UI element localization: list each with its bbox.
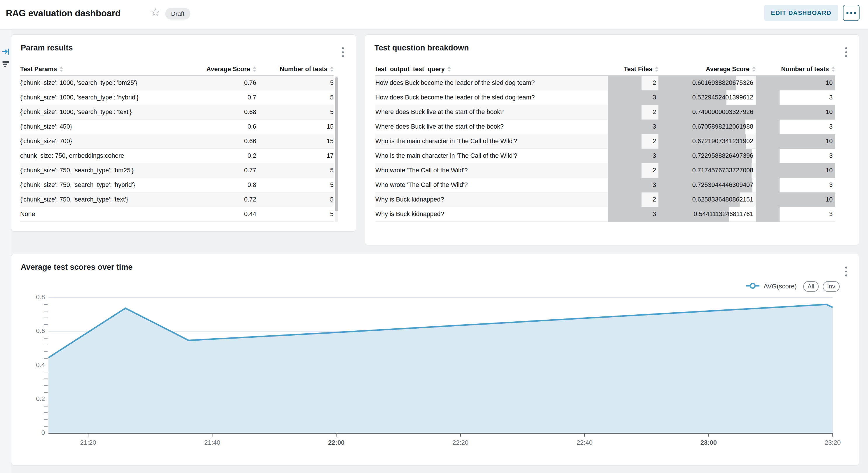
panel-menu-kebab-icon[interactable] (340, 45, 346, 59)
cell-value: 2 (653, 108, 656, 116)
cell-number-of-tests: 5 (256, 210, 334, 218)
cell-average-score: 0.5229452401399612 (658, 91, 756, 105)
data-bar (608, 134, 642, 149)
cell-number-of-tests: 10 (756, 163, 835, 178)
y-tick-label: 0.8 (25, 293, 45, 301)
x-tick-label: 23:00 (691, 439, 726, 446)
legend-all-button[interactable]: All (803, 281, 819, 292)
cell-number-of-tests: 3 (756, 178, 835, 193)
column-header-average-score[interactable]: Average Score (658, 66, 756, 73)
more-options-button[interactable] (843, 5, 860, 21)
data-bar (608, 178, 658, 193)
panel-menu-kebab-icon[interactable] (843, 45, 849, 59)
cell-test-files: 3 (608, 120, 658, 134)
sort-icon (832, 66, 835, 72)
cell-number-of-tests: 3 (756, 120, 835, 134)
cell-value: 0.6721907341231902 (692, 138, 753, 145)
cell-query: Who wrote 'The Call of the Wild'? (375, 167, 608, 174)
cell-value: 2 (653, 138, 656, 145)
sort-icon (447, 66, 451, 72)
favorite-star-icon[interactable]: ☆ (151, 7, 160, 18)
cell-value: 0.6258336480862151 (692, 196, 753, 203)
table-row: How does Buck become the leader of the s… (375, 91, 835, 105)
cell-test-files: 2 (608, 105, 658, 120)
table-row: Where does Buck live at the start of the… (375, 120, 835, 134)
data-bar (608, 105, 642, 120)
y-minor-tick (44, 412, 48, 413)
cell-number-of-tests: 5 (256, 79, 334, 87)
cell-query: How does Buck become the leader of the s… (375, 94, 608, 101)
table-row: Who is the main character in 'The Call o… (375, 134, 835, 149)
table-row: {'chunk_size': 1000, 'search_type': 'tex… (20, 105, 334, 120)
table-header: test_output_test_query Test Files Averag… (375, 63, 835, 75)
column-header-number-of-tests[interactable]: Number of tests (256, 66, 334, 73)
legend-inv-button[interactable]: Inv (823, 281, 840, 292)
cell-test-params: {'chunk_size': 1000, 'search_type': 'hyb… (20, 94, 178, 101)
edit-dashboard-button[interactable]: EDIT DASHBOARD (764, 5, 838, 21)
data-bar (756, 76, 835, 91)
y-minor-tick (44, 406, 48, 407)
cell-average-score: 0.7 (178, 94, 256, 101)
cell-value: 0.7174576733727008 (692, 167, 753, 174)
table-row: Who wrote 'The Call of the Wild'?20.7174… (375, 163, 835, 178)
cell-number-of-tests: 15 (256, 138, 334, 145)
data-bar (608, 207, 658, 222)
cell-test-files: 2 (608, 163, 658, 178)
y-minor-tick (44, 317, 48, 318)
plot-area (49, 297, 833, 433)
cell-average-score: 0.6 (178, 123, 256, 130)
cell-test-params: {'chunk_size': 700} (20, 138, 178, 145)
column-header-test-files[interactable]: Test Files (608, 66, 658, 73)
cell-average-score: 0.76 (178, 79, 256, 87)
cell-average-score: 0.7174576733727008 (658, 163, 756, 178)
cell-query: Who is the main character in 'The Call o… (375, 152, 608, 160)
panel-menu-kebab-icon[interactable] (843, 265, 849, 278)
y-minor-tick (44, 311, 48, 312)
y-tick-label: 0.2 (25, 395, 45, 403)
cell-number-of-tests: 10 (756, 76, 835, 91)
expand-panel-icon[interactable] (2, 48, 10, 56)
table-row: Why is Buck kidnapped?30.544111324681176… (375, 207, 835, 222)
table-row: {'chunk_size': 750, 'search_type': 'bm25… (20, 163, 334, 178)
table-row: None0.445 (20, 207, 334, 222)
cell-value: 3 (653, 181, 656, 189)
scrollbar-thumb[interactable] (335, 77, 338, 211)
y-minor-tick (44, 345, 48, 345)
x-tick (336, 434, 337, 437)
data-bar (756, 120, 780, 134)
cell-value: 0.7229588826497396 (692, 152, 753, 160)
cell-test-params: {'chunk_size': 1000, 'search_type': 'bm2… (20, 79, 178, 87)
column-header-average-score[interactable]: Average Score (178, 66, 256, 73)
table-row: {'chunk_size': 1000, 'search_type': 'bm2… (20, 76, 334, 91)
cell-average-score: 0.6705898212061988 (658, 120, 756, 134)
cell-number-of-tests: 10 (756, 134, 835, 149)
column-header-query[interactable]: test_output_test_query (375, 66, 608, 73)
cell-test-files: 2 (608, 193, 658, 207)
data-bar (756, 149, 780, 163)
table-row: {'chunk_size': 700}0.6615 (20, 134, 334, 149)
y-tick-label: 0.4 (25, 361, 45, 369)
x-tick-label: 21:40 (195, 439, 230, 446)
data-bar (608, 163, 642, 178)
cell-test-params: None (20, 210, 178, 218)
data-bar (756, 163, 835, 178)
cell-value: 3 (829, 94, 833, 101)
legend-series-label[interactable]: AVG(score) (764, 282, 797, 290)
cell-value: 10 (826, 138, 833, 145)
column-header-number-of-tests[interactable]: Number of tests (756, 66, 835, 73)
legend-series-marker[interactable] (746, 283, 760, 290)
cell-average-score: 0.66 (178, 138, 256, 145)
cell-average-score: 0.72 (178, 196, 256, 203)
filter-icon[interactable] (2, 60, 10, 68)
x-tick (460, 434, 461, 437)
y-minor-tick (44, 426, 48, 427)
cell-number-of-tests: 10 (756, 193, 835, 207)
cell-value: 10 (826, 108, 833, 116)
panel-title: Param results (21, 43, 73, 53)
table-row: chunk_size: 750, embeddings:cohere0.217 (20, 149, 334, 163)
cell-average-score: 0.7490000003327926 (658, 105, 756, 120)
cell-number-of-tests: 17 (256, 152, 334, 160)
column-header-test-params[interactable]: Test Params (20, 66, 178, 73)
y-minor-tick (44, 419, 48, 420)
cell-average-score: 0.2 (178, 152, 256, 160)
